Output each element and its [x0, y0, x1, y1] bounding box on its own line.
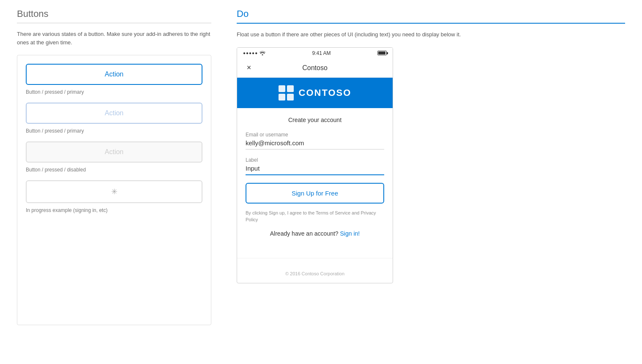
svg-rect-2: [279, 94, 285, 101]
svg-rect-3: [287, 94, 294, 101]
action-button-primary-faded[interactable]: Action: [26, 103, 202, 124]
battery-area: [377, 51, 387, 55]
close-button[interactable]: ×: [244, 63, 254, 73]
do-section-title: Do: [237, 8, 625, 24]
buttons-description: There are various states of a button. Ma…: [17, 30, 211, 46]
action-button-primary-active[interactable]: Action: [26, 64, 202, 85]
label-field-value[interactable]: Input: [246, 165, 384, 175]
svg-rect-0: [279, 85, 285, 92]
form-area: Create your account Email or username ke…: [237, 108, 393, 245]
already-account-text: Already have an account? Sign in!: [246, 230, 384, 237]
contoso-brand-name: CONTOSO: [299, 87, 352, 98]
buttons-section-title: Buttons: [17, 8, 211, 23]
spinner-icon: ✳: [111, 187, 117, 196]
action-button-disabled: Action: [26, 141, 202, 163]
btn-label-3: Button / pressed / disabled: [26, 167, 202, 173]
buttons-box: Action Button / pressed / primary Action…: [17, 55, 211, 325]
right-panel: Do Float use a button if there are other…: [237, 8, 625, 325]
do-description: Float use a button if there are other pi…: [237, 30, 625, 39]
battery-fill: [378, 52, 385, 54]
signal-area: ●●●●●: [243, 51, 265, 55]
label-field-label: Label: [246, 157, 384, 163]
modal-title: Contoso: [302, 64, 328, 72]
battery-icon: [377, 51, 387, 55]
contoso-logo-icon: [279, 85, 294, 101]
btn-label-4: In progress example (signing in, etc): [26, 207, 202, 213]
signup-button[interactable]: Sign Up for Free: [246, 183, 384, 204]
signal-dots: ●●●●●: [243, 51, 258, 55]
sign-in-link[interactable]: Sign in!: [340, 230, 360, 237]
email-field-value[interactable]: kelly@microsoft.com: [246, 139, 384, 149]
contoso-header: CONTOSO: [237, 78, 393, 108]
status-bar: ●●●●● 9:41 AM: [237, 48, 393, 59]
email-field-label: Email or username: [246, 132, 384, 138]
svg-rect-1: [287, 85, 294, 92]
btn-label-2: Button / pressed / primary: [26, 128, 202, 134]
wifi-icon: [260, 51, 265, 55]
form-subtitle: Create your account: [246, 117, 384, 123]
btn-label-1: Button / pressed / primary: [26, 89, 202, 95]
mobile-mockup: ●●●●● 9:41 AM ×: [237, 47, 393, 283]
action-button-inprogress: ✳: [26, 180, 202, 203]
footer-text: © 2016 Contoso Corporation: [237, 258, 393, 283]
label-field-group: Label Input: [246, 157, 384, 175]
status-time: 9:41 AM: [312, 50, 331, 56]
email-field-group: Email or username kelly@microsoft.com: [246, 132, 384, 149]
left-panel: Buttons There are various states of a bu…: [17, 8, 211, 325]
modal-header: × Contoso: [237, 59, 393, 78]
terms-text: By clicking Sign up, I agree to the Term…: [246, 209, 384, 223]
